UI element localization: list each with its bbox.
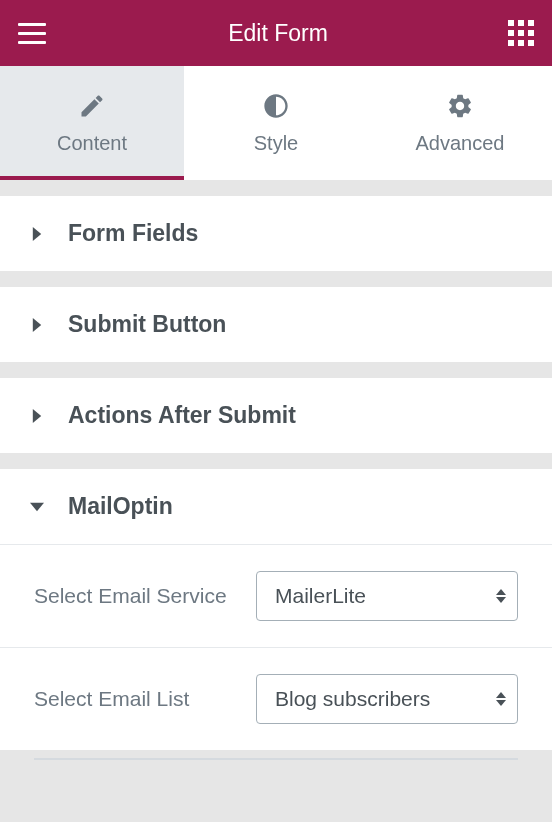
section-actions-title: Actions After Submit bbox=[68, 402, 296, 429]
pencil-icon bbox=[78, 92, 106, 120]
section-mailoptin[interactable]: MailOptin bbox=[0, 469, 552, 544]
tabs-bar: Content Style Advanced bbox=[0, 66, 552, 180]
email-list-label: Select Email List bbox=[34, 687, 250, 711]
tab-style-label: Style bbox=[254, 132, 298, 155]
caret-right-icon bbox=[30, 227, 44, 241]
email-service-label: Select Email Service bbox=[34, 584, 250, 608]
tab-content-label: Content bbox=[57, 132, 127, 155]
section-mailoptin-title: MailOptin bbox=[68, 493, 173, 520]
section-actions-after-submit[interactable]: Actions After Submit bbox=[0, 378, 552, 453]
spacer bbox=[0, 362, 552, 378]
tab-content[interactable]: Content bbox=[0, 66, 184, 180]
tab-advanced[interactable]: Advanced bbox=[368, 66, 552, 180]
apps-grid-icon[interactable] bbox=[508, 20, 534, 46]
section-submit-button[interactable]: Submit Button bbox=[0, 287, 552, 362]
email-list-select-wrapper: Blog subscribers bbox=[256, 674, 518, 724]
gear-icon bbox=[446, 92, 474, 120]
app-header: Edit Form bbox=[0, 0, 552, 66]
contrast-icon bbox=[262, 92, 290, 120]
email-service-select[interactable]: MailerLite bbox=[256, 571, 518, 621]
tab-advanced-label: Advanced bbox=[416, 132, 505, 155]
section-form-fields-title: Form Fields bbox=[68, 220, 198, 247]
divider bbox=[34, 758, 518, 760]
caret-down-icon bbox=[30, 500, 44, 514]
caret-right-icon bbox=[30, 318, 44, 332]
email-list-select[interactable]: Blog subscribers bbox=[256, 674, 518, 724]
control-email-list: Select Email List Blog subscribers bbox=[0, 648, 552, 750]
caret-right-icon bbox=[30, 409, 44, 423]
menu-icon[interactable] bbox=[18, 18, 48, 48]
section-submit-button-title: Submit Button bbox=[68, 311, 226, 338]
email-service-select-wrapper: MailerLite bbox=[256, 571, 518, 621]
spacer bbox=[0, 271, 552, 287]
mailoptin-panel: Select Email Service MailerLite Select E… bbox=[0, 544, 552, 750]
section-form-fields[interactable]: Form Fields bbox=[0, 196, 552, 271]
tab-style[interactable]: Style bbox=[184, 66, 368, 180]
page-title: Edit Form bbox=[228, 20, 328, 47]
control-email-service: Select Email Service MailerLite bbox=[0, 545, 552, 648]
spacer bbox=[0, 453, 552, 469]
spacer bbox=[0, 180, 552, 196]
